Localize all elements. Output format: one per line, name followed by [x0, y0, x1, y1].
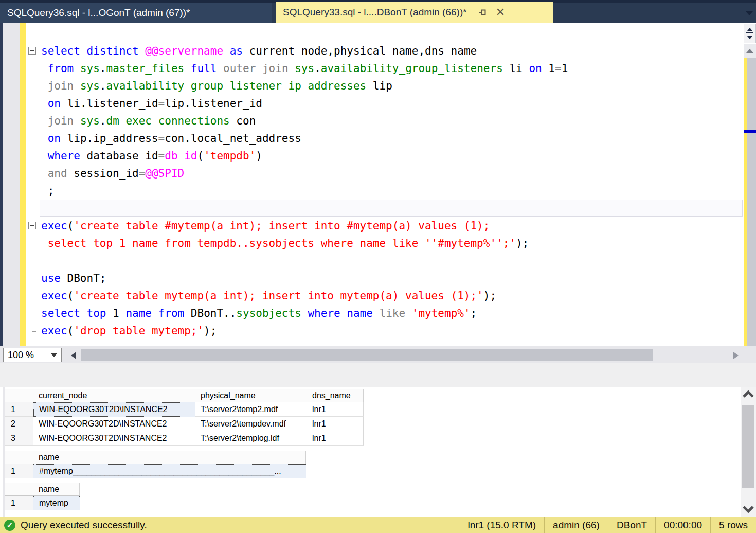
fold-connector: [32, 60, 32, 77]
code-line[interactable]: exec('drop table mytemp;');: [41, 322, 568, 340]
scroll-up-icon[interactable]: [744, 44, 756, 58]
grid-cell[interactable]: #mytemp_________________________________…: [33, 464, 306, 478]
code-lines[interactable]: select distinct @@servername as current_…: [41, 42, 568, 340]
fold-connector: [32, 77, 32, 95]
row-number-header[interactable]: [4, 389, 33, 402]
column-header[interactable]: current_node: [33, 389, 195, 402]
row-number-header[interactable]: [4, 483, 33, 496]
results-grids: current_nodephysical_namedns_name1WIN-EQ…: [0, 387, 741, 517]
change-tracking-bar: [20, 23, 26, 346]
results-scroll-thumb[interactable]: [742, 405, 754, 488]
table-row: 3WIN-EQOORG30T2D\INSTANCE2T:\server2\tem…: [4, 431, 364, 446]
code-line[interactable]: where database_id=db_id('tempdb'): [41, 147, 568, 165]
code-line[interactable]: use DBonT;: [41, 270, 568, 287]
code-line[interactable]: join sys.dm_exec_connections con: [41, 112, 568, 130]
results-tabbar: Results Messages: [0, 363, 756, 387]
grid-cell[interactable]: mytemp: [33, 496, 80, 510]
status-time: 00:00:00: [655, 517, 710, 533]
code-line[interactable]: [41, 200, 568, 217]
zoom-dropdown-icon[interactable]: [51, 353, 57, 357]
editor-bottom-bar: 100 %: [0, 346, 756, 363]
results-vertical-scrollbar[interactable]: [741, 387, 756, 517]
close-icon[interactable]: ✕: [496, 7, 505, 18]
code-line[interactable]: select top 1 name from DBonT..sysobjects…: [41, 305, 568, 322]
horizontal-scroll-thumb[interactable]: [81, 349, 653, 361]
row-number-header[interactable]: [4, 451, 33, 464]
success-check-icon: ✓: [4, 520, 15, 531]
scroll-up-icon[interactable]: [743, 390, 754, 398]
row-number-cell[interactable]: 1: [4, 402, 33, 417]
table-row: 1#mytemp________________________________…: [4, 464, 306, 478]
row-number-cell[interactable]: 1: [4, 496, 33, 510]
code-line[interactable]: exec('create table #mytemp(a int); inser…: [41, 217, 568, 235]
fold-connector-end: [32, 244, 36, 244]
code-line[interactable]: join sys.availability_group_listener_ip_…: [41, 77, 568, 95]
code-line[interactable]: select distinct @@servername as current_…: [41, 42, 568, 60]
fold-connector: [32, 200, 32, 217]
fold-connector: [32, 147, 32, 165]
column-header[interactable]: dns_name: [307, 389, 364, 402]
code-line[interactable]: ;: [41, 182, 568, 200]
grid-cell[interactable]: T:\server2\templog.ldf: [195, 431, 307, 446]
column-header[interactable]: name: [33, 451, 306, 464]
code-line[interactable]: on li.listener_id=lip.listener_id: [41, 95, 568, 112]
row-number-cell[interactable]: 3: [4, 431, 33, 446]
grid-cell[interactable]: WIN-EQOORG30T2D\INSTANCE2: [33, 402, 195, 417]
tab-list-chevron-icon[interactable]: [746, 11, 753, 15]
grid-cell[interactable]: T:\server2\tempdev.mdf: [195, 417, 307, 431]
grid-cell[interactable]: WIN-EQOORG30T2D\INSTANCE2: [33, 417, 195, 431]
tab-sqlquery36[interactable]: SQLQuery36.sql - l...OGonT (admin (67))*: [0, 3, 272, 23]
code-line[interactable]: from sys.master_files full outer join sy…: [41, 60, 568, 77]
collapse-minus-icon[interactable]: [28, 47, 36, 55]
status-server: lnr1 (15.0 RTM): [459, 517, 544, 533]
editor-scroll-track[interactable]: [744, 58, 756, 346]
result-grid: name1#mytemp____________________________…: [4, 451, 306, 478]
code-line[interactable]: select top 1 name from tempdb..sysobject…: [41, 235, 568, 252]
fold-connector: [32, 322, 32, 331]
ssms-window: SQLQuery36.sql - l...OGonT (admin (67))*…: [0, 0, 756, 533]
scroll-right-icon[interactable]: [733, 352, 739, 359]
column-header[interactable]: physical_name: [195, 389, 307, 402]
table-row: 1WIN-EQOORG30T2D\INSTANCE2T:\server2\tem…: [4, 402, 364, 417]
tab-sqlquery33[interactable]: SQLQuery33.sql - l....DBonT (admin (66))…: [276, 2, 553, 23]
status-message: Query executed successfully.: [21, 520, 147, 531]
scrollbar-change-strip: [744, 58, 747, 346]
zoom-select[interactable]: 100 %: [3, 348, 62, 362]
fold-connector: [32, 95, 32, 112]
editor-glyph-margin: [3, 23, 20, 346]
row-number-cell[interactable]: 1: [4, 464, 33, 478]
fold-connector: [32, 130, 32, 147]
grid-cell[interactable]: lnr1: [307, 402, 364, 417]
collapse-minus-icon[interactable]: [28, 222, 36, 229]
results-left-strip: [3, 387, 5, 517]
fold-connector: [32, 112, 32, 130]
scroll-down-icon[interactable]: [743, 505, 754, 513]
fold-connector: [32, 182, 32, 200]
document-tabbar: SQLQuery36.sql - l...OGonT (admin (67))*…: [0, 0, 756, 23]
code-line[interactable]: and session_id=@@SPID: [41, 165, 568, 182]
split-editor-grip-icon[interactable]: [744, 24, 756, 43]
status-database: DBonT: [608, 517, 655, 533]
grid-cell[interactable]: WIN-EQOORG30T2D\INSTANCE2: [33, 431, 195, 446]
grid-cell[interactable]: T:\server2\temp2.mdf: [195, 402, 307, 417]
table-row: 1mytemp: [4, 496, 80, 510]
scroll-left-icon[interactable]: [71, 352, 76, 359]
status-login: admin (66): [544, 517, 608, 533]
grid-cell[interactable]: lnr1: [307, 431, 364, 446]
status-bar: ✓ Query executed successfully. lnr1 (15.…: [0, 517, 756, 533]
editor-vertical-scrollbar[interactable]: [744, 23, 756, 346]
code-line[interactable]: on lip.ip_address=con.local_net_address: [41, 130, 568, 147]
row-number-cell[interactable]: 2: [4, 417, 33, 431]
fold-connector: [32, 305, 32, 322]
column-header[interactable]: name: [33, 483, 80, 496]
result-grid: name1mytemp: [4, 483, 80, 510]
fold-connector: [32, 235, 32, 244]
fold-connector: [32, 165, 32, 182]
pin-icon[interactable]: [478, 8, 488, 17]
caret-position-marker: [744, 130, 756, 133]
code-line[interactable]: [41, 252, 568, 270]
code-line[interactable]: exec('create table mytemp(a int); insert…: [41, 287, 568, 305]
grid-cell[interactable]: lnr1: [307, 417, 364, 431]
status-fields: lnr1 (15.0 RTM)admin (66)DBonT00:00:005 …: [459, 517, 756, 533]
zoom-value: 100 %: [8, 350, 34, 361]
